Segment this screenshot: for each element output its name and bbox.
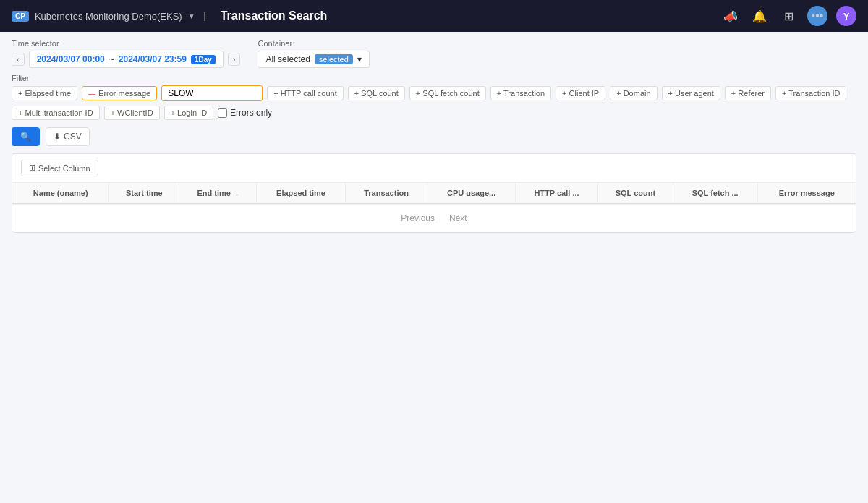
header-separator: |	[204, 11, 206, 21]
transactions-table: Name (oname) Start time End time ↓ Elaps…	[12, 183, 856, 204]
col-error[interactable]: Error message	[757, 183, 856, 204]
col-oname: Name (oname)	[12, 183, 109, 204]
container-selected-badge: selected	[315, 54, 353, 64]
filter-http-label: + HTTP call count	[273, 89, 337, 98]
filter-row-2: + Multi transaction ID + WClientID + Log…	[12, 106, 856, 120]
download-icon: ⬇	[54, 132, 61, 142]
minus-icon: —	[88, 90, 95, 98]
select-column-label: Select Column	[38, 164, 90, 173]
filter-section: Filter + Elapsed time — Error message + …	[12, 74, 856, 120]
filter-error-label: Error message	[98, 89, 150, 98]
time-range: 2024/03/07 00:00 ~ 2024/03/07 23:59 1Day	[29, 51, 224, 68]
megaphone-icon[interactable]: 📣	[720, 6, 741, 26]
user-avatar[interactable]: Y	[836, 6, 856, 26]
time-selector-section: Time selector ‹ 2024/03/07 00:00 ~ 2024/…	[12, 39, 240, 68]
time-prev-button[interactable]: ‹	[12, 53, 25, 66]
errors-only-label: Errors only	[230, 108, 272, 118]
pagination: Previous Next	[12, 204, 856, 232]
table-container: ⊞ Select Column Name (oname) Start time …	[12, 153, 856, 233]
col-http[interactable]: HTTP call ...	[515, 183, 597, 204]
container-chevron-icon: ▾	[357, 54, 362, 64]
filter-error-message[interactable]: — Error message	[82, 86, 157, 100]
time-next-button[interactable]: ›	[228, 53, 241, 66]
filter-ref-label: + Referer	[731, 89, 765, 98]
filter-tx-label: + Transaction	[497, 89, 545, 98]
filter-tag-label: + Elapsed time	[18, 89, 71, 98]
page-title: Transaction Search	[221, 9, 328, 22]
filter-row-1: + Elapsed time — Error message + HTTP ca…	[12, 85, 856, 101]
errors-only-toggle[interactable]: Errors only	[218, 108, 272, 118]
app-header: CP Kubernetes Monitoring Demo(EKS) ▼ | T…	[0, 0, 868, 32]
day-badge[interactable]: 1Day	[191, 55, 216, 64]
filter-domain-label: + Domain	[616, 89, 650, 98]
container-all-label: All selected	[265, 54, 310, 64]
col-fetch[interactable]: SQL fetch ...	[673, 183, 757, 204]
select-column-button[interactable]: ⊞ Select Column	[21, 160, 98, 176]
header-icons: 📣 🔔 ⊞ ••• Y	[720, 6, 856, 26]
col-elapsed[interactable]: Elapsed time	[257, 183, 346, 204]
filter-ip-label: + Client IP	[562, 89, 599, 98]
filter-tx-id[interactable]: + Transaction ID	[775, 86, 846, 100]
table-header-row: Name (oname) Start time End time ↓ Elaps…	[12, 183, 856, 204]
main-content: Time selector ‹ 2024/03/07 00:00 ~ 2024/…	[0, 32, 868, 240]
filter-multi-tx[interactable]: + Multi transaction ID	[12, 106, 100, 120]
filter-sql-fetch[interactable]: + SQL fetch count	[409, 86, 486, 100]
col-sql[interactable]: SQL count	[598, 183, 673, 204]
time-end: 2024/03/07 23:59	[119, 54, 187, 64]
filter-client-ip[interactable]: + Client IP	[556, 86, 605, 100]
app-name: Kubernetes Monitoring Demo(EKS)	[35, 11, 182, 22]
filter-wclientid[interactable]: + WClientID	[104, 106, 160, 120]
filter-wclient-label: + WClientID	[111, 108, 153, 117]
filter-domain[interactable]: + Domain	[610, 86, 657, 100]
cp-badge: CP	[12, 11, 29, 22]
filter-http-count[interactable]: + HTTP call count	[267, 86, 344, 100]
filter-sql-label: + SQL count	[354, 89, 399, 98]
more-icon[interactable]: •••	[807, 6, 827, 26]
prev-button[interactable]: Previous	[401, 213, 435, 223]
filter-user-agent[interactable]: + User agent	[662, 86, 720, 100]
csv-label: CSV	[64, 132, 82, 142]
bell-icon[interactable]: 🔔	[749, 6, 770, 26]
filter-referer[interactable]: + Referer	[725, 86, 771, 100]
table-header-bar: ⊞ Select Column	[12, 154, 856, 183]
filter-login-id[interactable]: + Login ID	[164, 106, 213, 120]
toolbar: 🔍 ⬇ CSV	[12, 127, 856, 146]
container-section: Container All selected selected ▾	[258, 39, 369, 68]
filter-sql-count[interactable]: + SQL count	[348, 86, 405, 100]
filter-multitx-label: + Multi transaction ID	[18, 108, 93, 117]
next-button[interactable]: Next	[449, 213, 467, 223]
dashboard-icon[interactable]: ⊞	[778, 6, 799, 26]
filter-loginid-label: + Login ID	[171, 108, 207, 117]
table-scroll[interactable]: Name (oname) Start time End time ↓ Elaps…	[12, 183, 856, 204]
container-label: Container	[258, 39, 369, 48]
time-start: 2024/03/07 00:00	[37, 54, 105, 64]
container-dropdown[interactable]: All selected selected ▾	[258, 51, 369, 68]
filter-elapsed-time[interactable]: + Elapsed time	[12, 86, 77, 100]
filter-transaction[interactable]: + Transaction	[490, 86, 551, 100]
filter-sqlfetch-label: + SQL fetch count	[416, 89, 480, 98]
errors-only-checkbox[interactable]	[218, 108, 227, 118]
csv-button[interactable]: ⬇ CSV	[46, 127, 90, 146]
error-message-input[interactable]	[161, 85, 263, 101]
col-start-time[interactable]: Start time	[109, 183, 179, 204]
time-sep: ~	[109, 54, 114, 64]
search-button[interactable]: 🔍	[12, 127, 40, 146]
filter-txid-label: + Transaction ID	[782, 89, 840, 98]
col-cpu[interactable]: CPU usage...	[427, 183, 516, 204]
header-left: CP Kubernetes Monitoring Demo(EKS) ▼ | T…	[12, 9, 327, 22]
time-selector: ‹ 2024/03/07 00:00 ~ 2024/03/07 23:59 1D…	[12, 51, 240, 68]
col-tx[interactable]: Transaction	[345, 183, 427, 204]
search-icon: 🔍	[20, 132, 31, 142]
col-end-time[interactable]: End time ↓	[179, 183, 257, 204]
filter-label: Filter	[12, 74, 856, 82]
time-selector-label: Time selector	[12, 39, 240, 48]
app-dropdown-icon[interactable]: ▼	[188, 12, 195, 20]
filter-ua-label: + User agent	[668, 89, 714, 98]
columns-icon: ⊞	[29, 163, 35, 173]
